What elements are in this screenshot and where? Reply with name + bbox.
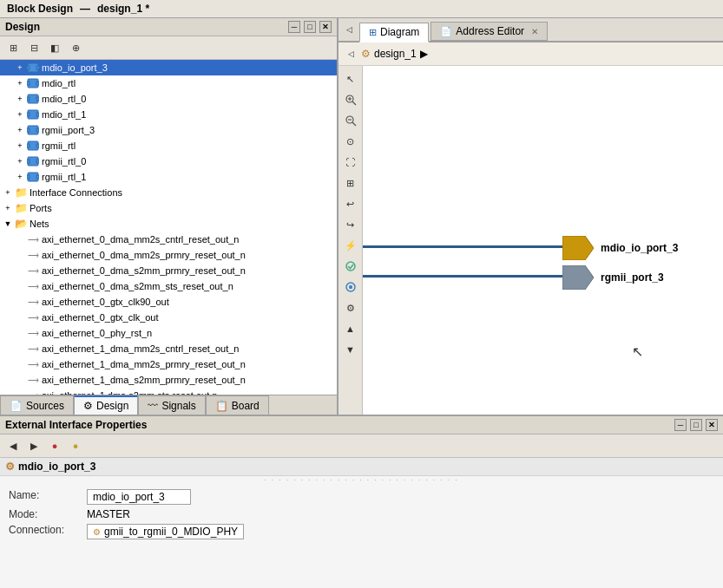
left-toolbar: ⊞ ⊟ ◧ ⊕ (0, 36, 337, 60)
prop-row-connection: Connection: ⚙ gmii_to_rgmii_0_MDIO_PHY (9, 524, 714, 539)
expand-icon[interactable]: + (14, 108, 26, 121)
svg-rect-11 (36, 113, 39, 116)
component-icon (26, 92, 40, 106)
expand-icon[interactable]: + (14, 93, 26, 105)
expand-icon[interactable]: + (2, 202, 14, 214)
net-icon: ⟶ (26, 264, 40, 278)
prop-icon1-button[interactable]: ● (45, 436, 64, 455)
net-icon: ⟶ (26, 248, 40, 262)
tree-item-net10[interactable]: ⟶ axi_ethernet_1_dma_s2mm_prmry_reset_ou… (0, 372, 337, 388)
zoom-in-button[interactable] (341, 90, 360, 109)
left-tab-bar: 📄 Sources ⚙ Design 〰 Signals 📋 Board (0, 395, 337, 415)
tree-item-rgmii-port-3[interactable]: + rgmii_port_3 (0, 122, 337, 138)
expand-icon[interactable]: + (14, 140, 26, 152)
tree-item-net1[interactable]: ⟶ axi_ethernet_0_dma_mm2s_cntrl_reset_ou… (0, 232, 337, 247)
top-pane: Design ─ □ ✕ ⊞ ⊟ ◧ ⊕ + (0, 18, 723, 415)
tree-item-net7[interactable]: ⟶ axi_ethernet_0_phy_rst_n (0, 325, 337, 341)
right-panel: ◁ ⊞ Diagram 📄 Address Editor ✕ ◁ ⚙ desig… (338, 18, 723, 415)
expand-icon[interactable]: + (2, 186, 14, 199)
fit-button[interactable]: ⊙ (341, 132, 360, 151)
add-ip-button[interactable]: ⊞ (341, 173, 360, 193)
undo-button[interactable]: ↩ (341, 194, 360, 213)
svg-rect-7 (27, 97, 30, 101)
run-button[interactable]: ⚡ (341, 236, 360, 255)
tab-nav-left-button[interactable]: ◁ (342, 20, 356, 39)
port-mdio-io-port-3[interactable]: mdio_io_port_3 (562, 236, 678, 260)
bottom-restore-button[interactable]: □ (690, 419, 702, 431)
tree-item-net6[interactable]: ⟶ axi_ethernet_0_gtx_clk_out (0, 310, 337, 325)
tree-item-ports[interactable]: + 📁 Ports (0, 200, 337, 216)
svg-marker-33 (562, 236, 594, 260)
redo-button[interactable]: ↪ (341, 215, 360, 234)
select-tool-button[interactable]: ↖ (341, 69, 360, 88)
tree-item-net5[interactable]: ⟶ axi_ethernet_0_gtx_clk90_out (0, 294, 337, 310)
name-value[interactable]: mdio_io_port_3 (87, 489, 191, 505)
tree-item-net11[interactable]: ⟶ axi_ethernet_1 dma s2mm sts reset out … (0, 388, 337, 395)
tab-address-editor[interactable]: 📄 Address Editor ✕ (431, 22, 548, 41)
bottom-minimize-button[interactable]: ─ (674, 419, 687, 431)
restore-button[interactable]: □ (304, 21, 316, 33)
left-panel: Design ─ □ ✕ ⊞ ⊟ ◧ ⊕ + (0, 18, 338, 415)
tree-item-net2[interactable]: ⟶ axi_ethernet_0_dma_mm2s_prmry_reset_ou… (0, 247, 337, 263)
tree-item-mdio-rtl-1[interactable]: + mdio_rtl_1 (0, 107, 337, 122)
validate-button[interactable] (341, 257, 360, 276)
tree-item-net8[interactable]: ⟶ axi_ethernet_1_dma_mm2s_cntrl_reset_ou… (0, 341, 337, 356)
close-button[interactable]: ✕ (319, 21, 332, 33)
folder-icon: 📁 (14, 186, 28, 199)
port-rgmii-port-3[interactable]: rgmii_port_3 (562, 265, 664, 290)
breadcrumb-back-button[interactable]: ◁ (344, 44, 358, 63)
svg-rect-17 (36, 144, 39, 147)
tree-item-rgmii-rtl-0[interactable]: + rgmii_rtl_0 (0, 154, 337, 169)
settings-button[interactable]: ⚙ (341, 298, 360, 317)
collapse-all-button[interactable]: ⊟ (24, 38, 43, 57)
prop-icon2-button[interactable]: ● (66, 436, 85, 455)
tree-item-net3[interactable]: ⟶ axi_ethernet_0_dma_s2mm_prmry_reset_ou… (0, 263, 337, 278)
tree-item-label: axi_ethernet_0_phy_rst_n (42, 328, 152, 338)
connection-value-container[interactable]: ⚙ gmii_to_rgmii_0_MDIO_PHY (87, 524, 244, 539)
filter-button[interactable]: ◧ (45, 38, 64, 57)
mode-value: MASTER (87, 508, 130, 520)
tab-signals[interactable]: 〰 Signals (138, 395, 205, 415)
expand-icon[interactable]: + (14, 124, 26, 136)
tab-diagram[interactable]: ⊞ Diagram (359, 23, 429, 42)
tree-item-nets[interactable]: ▼ 📂 Nets (0, 216, 337, 232)
design-tree[interactable]: + mdio_io_port_3 + mdio_rtl + mdio_rtl_ (0, 60, 337, 395)
tree-item-label: axi_ethernet_1_dma_mm2s_prmry_reset_out_… (42, 359, 246, 369)
tree-item-rgmii-rtl-1[interactable]: + rgmii_rtl_1 (0, 169, 337, 185)
minimize-button[interactable]: ─ (288, 21, 300, 33)
tree-item-mdio-rtl-0[interactable]: + mdio_rtl_0 (0, 91, 337, 107)
expand-icon[interactable]: + (14, 171, 26, 183)
tree-item-interface-connections[interactable]: + 📁 Interface Connections (0, 185, 337, 200)
add-button[interactable]: ⊕ (66, 38, 85, 57)
tree-item-mdio-io-port-3[interactable]: + mdio_io_port_3 (0, 60, 337, 75)
forward-button[interactable]: ▶ (24, 436, 43, 455)
expand-icon[interactable]: + (14, 77, 26, 89)
tree-item-net9[interactable]: ⟶ axi_ethernet_1_dma_mm2s_prmry_reset_ou… (0, 356, 337, 372)
tree-item-mdio-rtl[interactable]: + mdio_rtl (0, 75, 337, 91)
diagram-area[interactable]: mdio_io_port_3 rgmii_port_3 ↖ (363, 66, 723, 415)
connection-value: gmii_to_rgmii_0_MDIO_PHY (104, 526, 238, 538)
tab-design[interactable]: ⚙ Design (74, 395, 138, 415)
move-up-button[interactable]: ▲ (341, 319, 360, 338)
back-button[interactable]: ◀ (3, 436, 23, 455)
bottom-close-button[interactable]: ✕ (706, 419, 718, 431)
tree-item-rgmii-rtl[interactable]: + rgmii_rtl (0, 138, 337, 154)
zoom-out-button[interactable] (341, 111, 360, 130)
tab-board[interactable]: 📋 Board (206, 395, 269, 415)
tree-item-label: mdio_rtl_1 (42, 109, 86, 120)
close-tab-icon[interactable]: ✕ (531, 27, 538, 36)
wire-mdio (363, 245, 567, 248)
move-down-button[interactable]: ▼ (341, 340, 360, 359)
full-screen-button[interactable]: ⛶ (341, 153, 360, 172)
tab-diagram-label: Diagram (380, 26, 419, 38)
autoconnect-button[interactable] (341, 278, 360, 297)
component-icon (26, 154, 40, 168)
tab-sources[interactable]: 📄 Sources (0, 395, 74, 415)
expand-icon[interactable]: ▼ (2, 218, 14, 230)
tab-design-label: Design (96, 400, 128, 412)
expand-icon[interactable]: + (14, 62, 26, 74)
expand-all-button[interactable]: ⊞ (3, 38, 23, 57)
properties-section-header: ⚙ mdio_io_port_3 (0, 458, 723, 476)
tree-item-net4[interactable]: ⟶ axi_ethernet_0_dma_s2mm_sts_reset_out_… (0, 278, 337, 294)
expand-icon[interactable]: + (14, 155, 26, 167)
